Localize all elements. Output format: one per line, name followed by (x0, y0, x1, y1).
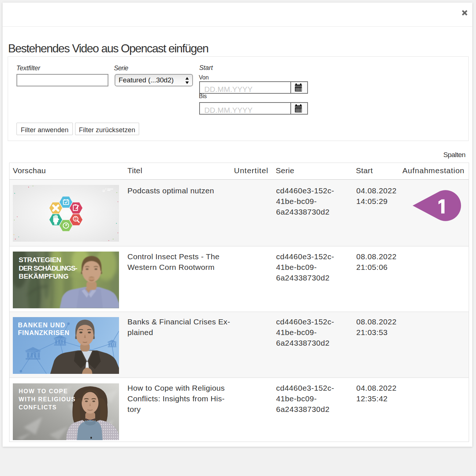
svg-text:BEKÄMPFUNG: BEKÄMPFUNG (19, 272, 68, 280)
svg-text:BANKEN UND: BANKEN UND (18, 321, 66, 329)
svg-text:u: u (103, 187, 105, 193)
svg-text:FINANZKRISEN: FINANZKRISEN (18, 329, 70, 336)
svg-text:HOW TO COPE: HOW TO COPE (19, 388, 68, 394)
svg-text:DER SCHÄDLINGS-: DER SCHÄDLINGS- (19, 264, 77, 272)
svg-text:CONFLICTS: CONFLICTS (19, 404, 57, 410)
svg-text:STRATEGIEN: STRATEGIEN (19, 256, 61, 264)
svg-text:WITH RELIGIOUS: WITH RELIGIOUS (19, 396, 76, 402)
